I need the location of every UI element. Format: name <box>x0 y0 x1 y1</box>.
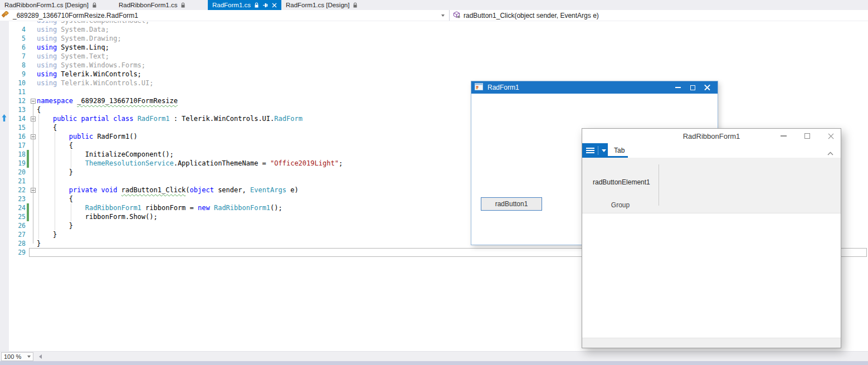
code-text: using System.Drawing; <box>37 34 868 43</box>
document-tab-radribbonform1-cs[interactable]: RadRibbonForm1.cs <box>114 0 190 10</box>
code-token: Telerik.WinControls; <box>57 70 142 78</box>
zoom-control[interactable]: 100 % <box>1 352 33 361</box>
line-number: 15 <box>9 123 26 132</box>
indent-guide <box>71 150 71 168</box>
code-token: using <box>37 21 57 25</box>
code-line[interactable]: 13{ <box>9 105 868 114</box>
zoom-value: 100 % <box>4 353 21 360</box>
code-text: using Telerik.WinControls.UI; <box>37 79 868 87</box>
indicator-margin <box>0 21 9 351</box>
code-token: .ApplicationThemeName = <box>174 159 270 167</box>
member-dropdown-text: radButton1_Click(object sender, EventArg… <box>464 12 599 20</box>
code-token: _689289_1366710FormResize <box>77 97 178 105</box>
minimize-button[interactable] <box>673 82 683 93</box>
code-token <box>210 204 214 212</box>
code-line[interactable]: 8using System.Windows.Forms; <box>9 61 868 70</box>
code-text <box>37 87 868 96</box>
fold-margin <box>29 34 37 43</box>
code-token: { <box>37 124 57 132</box>
code-line[interactable]: 4using System.Data; <box>9 25 868 34</box>
code-line[interactable]: 6using System.Linq; <box>9 43 868 52</box>
pin-icon[interactable] <box>262 2 269 8</box>
tab-label: RadForm1.cs [Design] <box>286 2 349 8</box>
code-text: namespace _689289_1366710FormResize <box>37 96 868 105</box>
code-token: new <box>198 204 210 212</box>
close-icon[interactable] <box>272 3 277 8</box>
code-token: } <box>37 240 41 247</box>
code-token <box>37 133 69 140</box>
radbuttonelement1-button[interactable]: radButtonElement1 <box>593 178 650 186</box>
code-line[interactable]: 10using Telerik.WinControls.UI; <box>9 79 868 87</box>
fold-margin <box>29 70 37 79</box>
fold-margin <box>29 61 37 70</box>
window-title: RadForm1 <box>487 84 669 91</box>
tab-label: RadForm1.cs <box>212 2 251 8</box>
code-token <box>37 115 53 123</box>
code-line[interactable]: 7using System.Text; <box>9 52 868 61</box>
code-token: ; <box>339 159 343 167</box>
code-line[interactable]: 11 <box>9 87 868 96</box>
collapse-ribbon-icon[interactable] <box>827 148 833 158</box>
editor-bottom-bar: 100 % <box>0 351 868 361</box>
close-button[interactable] <box>702 82 712 93</box>
code-token: System.Data; <box>57 26 109 33</box>
line-number: 7 <box>9 52 26 61</box>
maximize-button[interactable] <box>687 82 698 93</box>
code-line[interactable]: using System.ComponentModel; <box>9 21 868 25</box>
fold-margin <box>29 87 37 96</box>
code-token: System.Windows.Forms; <box>57 61 145 69</box>
code-text: using System.Text; <box>37 52 868 61</box>
collapse-region-icon[interactable] <box>31 99 36 104</box>
fold-margin <box>29 79 37 87</box>
tab-label: RadRibbonForm1.cs [Design] <box>4 2 89 8</box>
code-token: using <box>37 52 57 60</box>
code-token: RadForm <box>274 115 303 123</box>
line-number: 28 <box>9 239 26 248</box>
code-token: } <box>37 231 57 239</box>
application-menu-button[interactable] <box>582 143 608 158</box>
radform1-titlebar[interactable]: RadForm1 <box>471 81 718 94</box>
code-text: using System.Linq; <box>37 43 868 52</box>
line-number <box>9 21 26 25</box>
ide-window: RadRibbonForm1.cs [Design]RadRibbonForm1… <box>0 0 868 365</box>
ribbon-tab-strip: Tab <box>582 143 841 158</box>
class-icon <box>2 11 9 20</box>
radribbonform1-titlebar[interactable]: RadRibbonForm1 <box>582 129 841 143</box>
code-token <box>37 204 85 212</box>
code-line[interactable]: 14 public partial class RadForm1 : Teler… <box>9 114 868 123</box>
line-number: 29 <box>9 248 26 257</box>
code-line[interactable]: 5using System.Drawing; <box>9 34 868 43</box>
member-dropdown[interactable]: radButton1_Click(object sender, EventArg… <box>450 10 868 21</box>
chevron-down-icon[interactable] <box>441 14 445 17</box>
line-number: 23 <box>9 194 26 203</box>
code-token: RadForm1() <box>93 133 137 140</box>
code-token: using <box>37 79 57 87</box>
line-number: 27 <box>9 230 26 239</box>
code-token: ribbonForm = <box>142 204 198 212</box>
maximize-button[interactable] <box>804 133 810 139</box>
line-number: 12 <box>9 96 26 105</box>
line-number: 20 <box>9 168 26 177</box>
radribbonform1-window: RadRibbonForm1 Tab radButtonElement1 Gro… <box>582 128 841 348</box>
outline-guide <box>33 104 33 244</box>
code-line[interactable]: 9using Telerik.WinControls; <box>9 70 868 79</box>
document-tab-radform1-cs[interactable]: RadForm1.cs <box>208 0 281 10</box>
horizontal-scrollbar[interactable] <box>42 352 868 361</box>
line-number: 14 <box>9 114 26 123</box>
code-line[interactable]: 12namespace _689289_1366710FormResize <box>9 96 868 105</box>
code-text: public partial class RadForm1 : Telerik.… <box>37 114 868 123</box>
close-button[interactable] <box>828 133 834 139</box>
type-dropdown[interactable]: _689289_1366710FormResize.RadForm1 <box>0 10 449 21</box>
document-tab-radribbonform1-cs-design-[interactable]: RadRibbonForm1.cs [Design] <box>0 0 101 10</box>
indent-guide <box>38 114 39 239</box>
code-token <box>37 186 69 194</box>
fold-margin <box>29 248 37 257</box>
chevron-down-icon <box>27 356 31 358</box>
code-token: Telerik.WinControls.UI; <box>57 79 153 87</box>
code-token: (); <box>270 204 282 212</box>
radbutton1-button[interactable]: radButton1 <box>481 197 542 211</box>
document-tab-radform1-cs-design-[interactable]: RadForm1.cs [Design] <box>281 0 362 10</box>
line-number: 6 <box>9 43 26 52</box>
line-number: 11 <box>9 87 26 96</box>
minimize-button[interactable] <box>781 135 787 137</box>
